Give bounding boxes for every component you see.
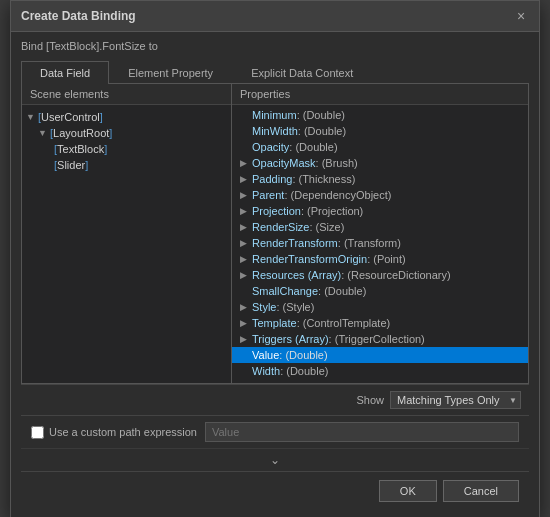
custom-path-label[interactable]: Use a custom path expression (31, 426, 197, 439)
prop-rendertransform[interactable]: ▶ RenderTransform : (Transform) (232, 235, 528, 251)
prop-opacitymask[interactable]: ▶ OpacityMask : (Brush) (232, 155, 528, 171)
prop-padding[interactable]: ▶ Padding : (Thickness) (232, 171, 528, 187)
tree-item-layoutroot[interactable]: ▼ [ LayoutRoot ] (22, 125, 231, 141)
footer-row: Use a custom path expression (21, 415, 529, 448)
tree-bracket-close-textblock: ] (104, 143, 107, 155)
tree-arrow-usercontrol: ▼ (26, 112, 38, 122)
prop-rendersize[interactable]: ▶ RenderSize : (Size) (232, 219, 528, 235)
close-button[interactable]: × (513, 8, 529, 24)
prop-projection[interactable]: ▶ Projection : (Projection) (232, 203, 528, 219)
dialog-body: Bind [TextBlock].FontSize to Data Field … (11, 32, 539, 517)
tree-item-textblock[interactable]: [ TextBlock ] (22, 141, 231, 157)
expand-button[interactable]: ⌄ (270, 453, 280, 467)
tree-item-usercontrol[interactable]: ▼ [ UserControl ] (22, 109, 231, 125)
scene-elements-tree[interactable]: ▼ [ UserControl ] ▼ [ LayoutRoot ] (22, 105, 231, 383)
show-label: Show (356, 394, 384, 406)
tab-data-field[interactable]: Data Field (21, 61, 109, 84)
tree-arrow-layoutroot: ▼ (38, 128, 50, 138)
tree-label-usercontrol: UserControl (41, 111, 100, 123)
tree-bracket-close-slider: ] (85, 159, 88, 171)
prop-width[interactable]: Width : (Double) (232, 363, 528, 379)
properties-list[interactable]: Minimum : (Double) MinWidth : (Double) O… (232, 105, 528, 383)
prop-minimum[interactable]: Minimum : (Double) (232, 107, 528, 123)
tree-label-layoutroot: LayoutRoot (53, 127, 109, 139)
cancel-button[interactable]: Cancel (443, 480, 519, 502)
scene-elements-header: Scene elements (22, 84, 231, 105)
tab-explicit-data-context[interactable]: Explicit Data Context (232, 61, 372, 84)
tabs-container: Data Field Element Property Explicit Dat… (21, 60, 529, 84)
bind-label: Bind [TextBlock].FontSize to (21, 40, 529, 52)
show-select[interactable]: All Matching Types Only (390, 391, 521, 409)
prop-rendertransformorigin[interactable]: ▶ RenderTransformOrigin : (Point) (232, 251, 528, 267)
properties-header: Properties (232, 84, 528, 105)
tree-label-textblock: TextBlock (57, 143, 104, 155)
ok-button[interactable]: OK (379, 480, 437, 502)
prop-value[interactable]: Value : (Double) (232, 347, 528, 363)
tree-label-slider: Slider (57, 159, 85, 171)
dialog-titlebar: Create Data Binding × (11, 1, 539, 32)
panels-row: Scene elements ▼ [ UserControl ] ▼ [ Lay… (21, 84, 529, 384)
create-data-binding-dialog: Create Data Binding × Bind [TextBlock].F… (10, 0, 540, 517)
dialog-title: Create Data Binding (21, 9, 136, 23)
tree-bracket-close-usercontrol: ] (100, 111, 103, 123)
prop-opacity[interactable]: Opacity : (Double) (232, 139, 528, 155)
prop-parent[interactable]: ▶ Parent : (DependencyObject) (232, 187, 528, 203)
tab-element-property[interactable]: Element Property (109, 61, 232, 84)
custom-path-checkbox[interactable] (31, 426, 44, 439)
prop-template[interactable]: ▶ Template : (ControlTemplate) (232, 315, 528, 331)
prop-resources[interactable]: ▶ Resources (Array) : (ResourceDictionar… (232, 267, 528, 283)
tree-item-slider[interactable]: [ Slider ] (22, 157, 231, 173)
left-panel: Scene elements ▼ [ UserControl ] ▼ [ Lay… (22, 84, 232, 383)
tree-bracket-close-layoutroot: ] (109, 127, 112, 139)
right-panel: Properties Minimum : (Double) MinWidth :… (232, 84, 528, 383)
path-input[interactable] (205, 422, 519, 442)
show-select-wrapper: All Matching Types Only (390, 391, 521, 409)
prop-smallchange[interactable]: SmallChange : (Double) (232, 283, 528, 299)
show-row: Show All Matching Types Only (21, 384, 529, 415)
custom-path-text: Use a custom path expression (49, 426, 197, 438)
prop-style[interactable]: ▶ Style : (Style) (232, 299, 528, 315)
buttons-row: OK Cancel (21, 471, 529, 510)
prop-minwidth[interactable]: MinWidth : (Double) (232, 123, 528, 139)
expand-row: ⌄ (21, 448, 529, 471)
prop-triggers[interactable]: ▶ Triggers (Array) : (TriggerCollection) (232, 331, 528, 347)
